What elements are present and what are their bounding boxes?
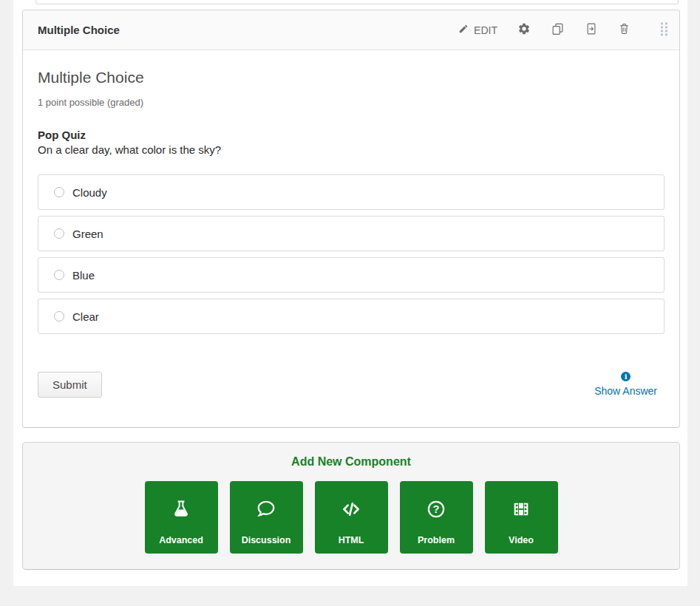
show-answer-block: i Show Answer [594, 372, 657, 397]
add-button-label: Advanced [159, 535, 203, 545]
submit-button[interactable]: Submit [38, 372, 102, 398]
duplicate-icon [551, 22, 565, 38]
choice-group: Cloudy Green Blue Clear [38, 174, 665, 334]
radio-button-blue[interactable] [54, 270, 64, 280]
film-strip-icon [511, 498, 531, 520]
gear-icon [517, 22, 531, 38]
add-video-button[interactable]: Video [485, 481, 558, 554]
add-button-label: Video [509, 535, 534, 545]
add-button-label: Problem [418, 535, 455, 545]
problem-preview: Multiple Choice 1 point possible (graded… [23, 50, 679, 427]
add-advanced-button[interactable]: Advanced [145, 481, 218, 554]
add-button-label: Discussion [242, 535, 291, 545]
choice-row-green[interactable]: Green [38, 216, 665, 251]
drag-handle-icon[interactable] [658, 21, 670, 40]
add-component-title: Add New Component [23, 455, 679, 469]
choice-row-clear[interactable]: Clear [38, 299, 665, 334]
radio-button-clear[interactable] [54, 311, 64, 321]
info-icon[interactable]: i [621, 372, 631, 381]
question-label: Pop Quiz [38, 129, 665, 141]
add-button-label: HTML [339, 535, 364, 545]
svg-text:?: ? [433, 503, 440, 515]
radio-button-cloudy[interactable] [54, 187, 64, 197]
speech-bubble-icon [256, 498, 276, 520]
component-header: Multiple Choice EDIT [23, 10, 679, 50]
previous-component-edge [35, 0, 679, 4]
choice-label: Clear [72, 310, 99, 323]
move-button[interactable] [585, 22, 598, 38]
move-icon [585, 22, 598, 38]
choice-label: Green [72, 228, 103, 240]
add-discussion-button[interactable]: Discussion [230, 481, 303, 554]
question-text: On a clear day, what color is the sky? [38, 143, 665, 156]
delete-button[interactable] [618, 22, 631, 38]
code-icon [340, 498, 362, 520]
trash-icon [618, 22, 631, 38]
add-problem-button[interactable]: ? Problem [400, 481, 473, 554]
edit-button[interactable]: EDIT [458, 24, 497, 36]
choice-row-blue[interactable]: Blue [38, 257, 665, 293]
points-text: 1 point possible (graded) [38, 97, 665, 108]
component-title: Multiple Choice [38, 24, 458, 36]
component-actions: EDIT [458, 21, 670, 40]
content-column: Multiple Choice EDIT [13, 0, 687, 586]
pencil-icon [458, 24, 469, 36]
component-card: Multiple Choice EDIT [22, 10, 680, 428]
choice-label: Cloudy [72, 186, 107, 199]
question-circle-icon: ? [426, 498, 446, 520]
duplicate-button[interactable] [551, 22, 565, 38]
problem-heading: Multiple Choice [38, 69, 665, 86]
choice-row-cloudy[interactable]: Cloudy [38, 174, 665, 210]
show-answer-link[interactable]: Show Answer [594, 385, 657, 397]
edit-button-label: EDIT [474, 24, 497, 36]
choice-label: Blue [72, 269, 95, 282]
add-component-panel: Add New Component Advanced Discussion HT… [22, 442, 680, 570]
radio-button-green[interactable] [54, 228, 64, 239]
problem-actions: Submit i Show Answer [38, 372, 665, 398]
settings-button[interactable] [517, 22, 531, 38]
add-component-buttons: Advanced Discussion HTML ? Problem [23, 481, 679, 554]
add-html-button[interactable]: HTML [315, 481, 388, 554]
flask-icon [171, 498, 191, 520]
